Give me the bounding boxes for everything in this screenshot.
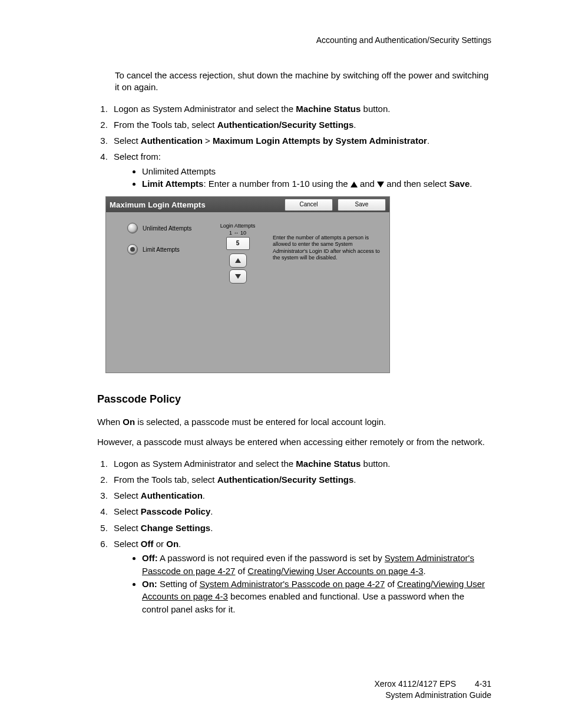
- device-ui-title: Maximum Login Attempts: [110, 200, 280, 209]
- step-b2: From the Tools tab, select Authenticatio…: [110, 473, 491, 486]
- chevron-up-icon: [235, 258, 241, 263]
- footer-product: Xerox 4112/4127 EPS: [375, 679, 457, 689]
- bullet-off: Off: A password is not required even if …: [142, 552, 491, 578]
- device-ui-body: Unlimited Attempts Limit Attempts Login …: [106, 212, 389, 373]
- value-column: Login Attempts 1 ↔ 10 5: [210, 223, 266, 373]
- bullets-a: Unlimited Attempts Limit Attempts: Enter…: [114, 165, 491, 191]
- radio-options-column: Unlimited Attempts Limit Attempts: [127, 223, 210, 373]
- step-b1: Logon as System Administrator and select…: [110, 457, 491, 470]
- running-header: Accounting and Authentication/Security S…: [97, 35, 491, 45]
- cancel-button[interactable]: Cancel: [285, 199, 333, 211]
- intro-paragraph: To cancel the access rejection, shut dow…: [115, 70, 491, 94]
- section-heading-passcode-policy: Passcode Policy: [97, 393, 491, 406]
- decrement-button[interactable]: [229, 269, 247, 284]
- radio-label: Limit Attempts: [143, 246, 180, 253]
- help-text: Enter the number of attempts a person is…: [266, 223, 382, 373]
- step-a2: From the Tools tab, select Authenticatio…: [110, 118, 491, 131]
- link-sysadmin-passcode[interactable]: System Administrator's Passcode on page …: [200, 579, 385, 589]
- steps-list-b: Logon as System Administrator and select…: [97, 457, 491, 616]
- triangle-up-icon: [351, 182, 358, 187]
- device-ui-titlebar: Maximum Login Attempts Cancel Save: [106, 197, 389, 212]
- save-button[interactable]: Save: [338, 199, 386, 211]
- bullet-a1: Unlimited Attempts: [142, 165, 491, 178]
- step-b4: Select Passcode Policy.: [110, 505, 491, 518]
- step-a4: Select from: Unlimited Attempts Limit At…: [110, 150, 491, 190]
- attempts-value: 5: [226, 237, 250, 250]
- steps-list-a: Logon as System Administrator and select…: [97, 102, 491, 191]
- radio-label: Unlimited Attempts: [143, 225, 191, 232]
- step-b6: Select Off or On. Off: A password is not…: [110, 537, 491, 616]
- bullet-a2: Limit Attempts: Enter a number from 1-10…: [142, 177, 491, 190]
- value-label-2: 1 ↔ 10: [210, 230, 266, 236]
- page-footer: Xerox 4112/4127 EPS 4-31 System Administ…: [375, 678, 491, 701]
- radio-limit[interactable]: Limit Attempts: [127, 244, 210, 255]
- footer-guide: System Administration Guide: [375, 690, 491, 701]
- radio-unlimited[interactable]: Unlimited Attempts: [127, 223, 210, 233]
- section2-p1: When On is selected, a passcode must be …: [97, 416, 491, 428]
- step-b5: Select Change Settings.: [110, 521, 491, 535]
- step-a1: Logon as System Administrator and select…: [110, 102, 491, 116]
- bullets-b: Off: A password is not required even if …: [114, 552, 491, 616]
- step-b3: Select Authentication.: [110, 489, 491, 502]
- chevron-down-icon: [235, 274, 241, 279]
- increment-button[interactable]: [229, 253, 247, 268]
- radio-icon: [127, 223, 138, 233]
- value-label-1: Login Attempts: [210, 223, 266, 229]
- triangle-down-icon: [377, 182, 384, 187]
- radio-icon: [127, 244, 138, 255]
- device-ui-screenshot: Maximum Login Attempts Cancel Save Unlim…: [105, 196, 390, 373]
- bullet-on: On: Setting of System Administrator's Pa…: [142, 578, 491, 616]
- page-number: 4-31: [475, 678, 491, 690]
- step-a3: Select Authentication > Maximum Login At…: [110, 134, 491, 147]
- section2-p2: However, a passcode must always be enter…: [97, 436, 491, 448]
- document-page: Accounting and Authentication/Security S…: [0, 0, 562, 728]
- link-creating-accounts[interactable]: Creating/Viewing User Accounts on page 4…: [247, 566, 423, 576]
